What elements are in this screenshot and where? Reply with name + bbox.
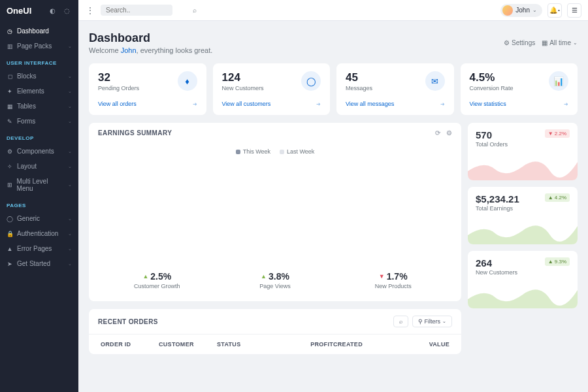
page-title: Dashboard bbox=[89, 31, 504, 45]
search-icon[interactable]: ⌕ bbox=[193, 7, 197, 14]
notifications-button[interactable]: 🔔• bbox=[547, 3, 562, 18]
stat-number: 32 bbox=[98, 71, 178, 84]
stat-link[interactable]: View statistics➜ bbox=[470, 101, 569, 107]
orders-table-header: ORDER IDCUSTOMERSTATUSPROFITCREATEDVALUE bbox=[89, 334, 461, 354]
stat-link[interactable]: View all messages➜ bbox=[346, 101, 445, 107]
filter-icon: ⚲ bbox=[418, 318, 423, 325]
sidebar-item-blocks[interactable]: ◻Blocks⌄ bbox=[0, 69, 78, 84]
bell-icon: 🔔 bbox=[549, 7, 557, 14]
sidebar-item-elements[interactable]: ✦Elements⌄ bbox=[0, 84, 78, 99]
fire-icon: ▲ bbox=[7, 246, 13, 252]
chevron-down-icon: ⌄ bbox=[573, 40, 578, 46]
chevron-down-icon: ⌄ bbox=[68, 119, 72, 124]
mini-label: New Customers bbox=[476, 269, 517, 276]
user-menu[interactable]: John ⌄ bbox=[500, 4, 542, 17]
search-box[interactable]: ⌕ bbox=[101, 5, 172, 16]
stat-card: 124New Customers ◯ View all customers➜ bbox=[213, 63, 331, 115]
mini-number: 570 bbox=[476, 129, 508, 140]
wrench-icon: ⚙ bbox=[7, 148, 13, 155]
rocket-icon: ➤ bbox=[7, 261, 13, 267]
grid-icon: ▦ bbox=[7, 103, 13, 110]
chevron-down-icon: ⌄ bbox=[68, 246, 72, 252]
table-column-header: CREATED bbox=[333, 341, 391, 348]
search-input[interactable] bbox=[106, 7, 189, 14]
sidebar-item-errors[interactable]: ▲Error Pages⌄ bbox=[0, 241, 78, 256]
trend-badge: ▲9.3% bbox=[545, 257, 570, 266]
lock-icon: 🔒 bbox=[7, 231, 13, 237]
sidebar-item-auth[interactable]: 🔒Authentication⌄ bbox=[0, 226, 78, 241]
magic-icon: ✧ bbox=[7, 163, 13, 170]
trend-badge: ▼2.2% bbox=[545, 129, 570, 138]
list-icon: ☰ bbox=[572, 7, 578, 14]
stat-number: 124 bbox=[222, 71, 302, 84]
refresh-icon[interactable]: ⟳ bbox=[435, 129, 440, 137]
stat-label: Conversion Rate bbox=[470, 85, 549, 91]
brand-logo[interactable]: OneUI bbox=[7, 6, 43, 16]
chevron-down-icon: ⌄ bbox=[68, 89, 72, 94]
gear-icon: ⚙ bbox=[504, 39, 510, 46]
sidebar-item-multi[interactable]: ⊞Multi Level Menu⌄ bbox=[0, 174, 78, 196]
stat-label: New Customers bbox=[222, 85, 302, 91]
table-column-header: ORDER ID bbox=[101, 341, 159, 348]
recent-orders-title: RECENT ORDERS bbox=[98, 318, 389, 325]
elements-icon: ✦ bbox=[7, 88, 13, 95]
stat-icon: ✉ bbox=[425, 71, 445, 91]
stat-link[interactable]: View all customers➜ bbox=[222, 101, 321, 107]
earnings-chart bbox=[98, 161, 452, 259]
stat-link[interactable]: View all orders➜ bbox=[98, 101, 197, 107]
chevron-down-icon: ⌄ bbox=[68, 182, 72, 188]
sidebar-item-dashboard[interactable]: ◷Dashboard bbox=[0, 24, 78, 39]
orders-search-button[interactable]: ⌕ bbox=[393, 316, 408, 327]
chevron-down-icon: ⌄ bbox=[532, 7, 537, 13]
sparkline bbox=[468, 281, 578, 308]
sidebar-item-generic[interactable]: ◯Generic⌄ bbox=[0, 211, 78, 226]
search-icon: ⌕ bbox=[399, 318, 402, 325]
stat-card: 45Messages ✉ View all messages➜ bbox=[336, 63, 454, 115]
avatar bbox=[502, 5, 513, 16]
table-column-header: STATUS bbox=[217, 341, 275, 348]
apps-button[interactable]: ☰ bbox=[567, 3, 581, 18]
trend-badge: ▲4.2% bbox=[545, 193, 570, 202]
stat-icon: ◯ bbox=[301, 71, 321, 91]
mini-card: $5,234.21Total Earnings ▲4.2% bbox=[468, 187, 578, 244]
menu-toggle-icon[interactable]: ⋮ bbox=[85, 5, 95, 16]
sidebar-item-get-started[interactable]: ➤Get Started⌄ bbox=[0, 256, 78, 271]
user-link[interactable]: John bbox=[121, 46, 137, 54]
sidebar-item-layout[interactable]: ✧Layout⌄ bbox=[0, 159, 78, 174]
caret-up-icon: ▲ bbox=[142, 273, 148, 280]
puzzle-icon: ⊞ bbox=[7, 182, 13, 188]
sidebar-item-page-packs[interactable]: ▥Page Packs⌄ bbox=[0, 39, 78, 54]
sparkline bbox=[468, 217, 578, 244]
mini-card: 570Total Orders ▼2.2% bbox=[468, 123, 578, 180]
metric: ▼1.7%New Products bbox=[334, 271, 452, 289]
earnings-title: EARNINGS SUMMARY bbox=[98, 129, 172, 137]
table-column-header: CUSTOMER bbox=[159, 341, 217, 348]
gear-icon[interactable]: ⚙ bbox=[446, 129, 452, 137]
sidebar-item-components[interactable]: ⚙Components⌄ bbox=[0, 144, 78, 159]
note-icon: ✎ bbox=[7, 118, 13, 125]
dashed-circle-icon[interactable]: ◌ bbox=[61, 5, 72, 16]
sidebar-heading-dev: DEVELOP bbox=[0, 129, 78, 144]
time-range-dropdown[interactable]: ▦All time⌄ bbox=[542, 39, 578, 46]
page-subtitle: Welcome John, everything looks great. bbox=[89, 46, 504, 54]
sidebar-item-tables[interactable]: ▦Tables⌄ bbox=[0, 99, 78, 114]
arrow-right-icon: ➜ bbox=[316, 101, 321, 107]
calendar-icon: ▦ bbox=[542, 39, 547, 46]
metric: ▲2.5%Customer Growth bbox=[98, 271, 216, 289]
table-column-header: VALUE bbox=[391, 341, 449, 348]
caret-up-icon: ▲ bbox=[548, 195, 553, 201]
filters-button[interactable]: ⚲Filters⌄ bbox=[412, 316, 453, 327]
chevron-down-icon: ⌄ bbox=[68, 149, 72, 154]
settings-link[interactable]: ⚙Settings bbox=[504, 39, 535, 46]
speedometer-icon: ◷ bbox=[7, 28, 13, 35]
metric: ▲3.8%Page Views bbox=[216, 271, 335, 289]
chevron-down-icon: ⌄ bbox=[68, 261, 72, 267]
earnings-panel: EARNINGS SUMMARY ⟳ ⚙ This Week Last Week bbox=[89, 123, 461, 301]
sidebar-item-forms[interactable]: ✎Forms⌄ bbox=[0, 114, 78, 129]
legend-last-week: Last Week bbox=[280, 148, 314, 155]
globe-icon: ◯ bbox=[7, 216, 13, 222]
moon-icon[interactable]: ◐ bbox=[47, 5, 57, 16]
mini-number: $5,234.21 bbox=[476, 193, 519, 204]
chevron-down-icon: ⌄ bbox=[68, 74, 72, 79]
legend-this-week: This Week bbox=[236, 148, 270, 155]
